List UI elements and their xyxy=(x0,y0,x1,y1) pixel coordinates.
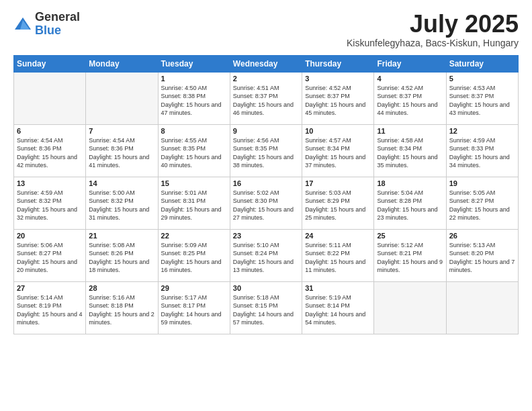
table-row: 20Sunrise: 5:06 AMSunset: 8:27 PMDayligh… xyxy=(14,229,86,281)
day-info: Sunrise: 5:17 AMSunset: 8:17 PMDaylight:… xyxy=(161,293,227,327)
day-info: Sunrise: 4:56 AMSunset: 8:35 PMDaylight:… xyxy=(233,136,299,170)
table-row: 22Sunrise: 5:09 AMSunset: 8:25 PMDayligh… xyxy=(158,229,230,281)
table-row: 19Sunrise: 5:05 AMSunset: 8:27 PMDayligh… xyxy=(446,177,518,229)
col-wednesday: Wednesday xyxy=(230,55,302,72)
table-row: 13Sunrise: 4:59 AMSunset: 8:32 PMDayligh… xyxy=(14,177,86,229)
col-tuesday: Tuesday xyxy=(158,55,230,72)
calendar-week-row: 27Sunrise: 5:14 AMSunset: 8:19 PMDayligh… xyxy=(14,281,519,334)
calendar-table: Sunday Monday Tuesday Wednesday Thursday… xyxy=(13,55,519,334)
table-row: 17Sunrise: 5:03 AMSunset: 8:29 PMDayligh… xyxy=(302,177,374,229)
day-info: Sunrise: 4:57 AMSunset: 8:34 PMDaylight:… xyxy=(305,136,371,170)
day-number: 14 xyxy=(89,179,154,187)
table-row: 3Sunrise: 4:52 AMSunset: 8:37 PMDaylight… xyxy=(302,72,374,124)
table-row: 30Sunrise: 5:18 AMSunset: 8:15 PMDayligh… xyxy=(230,281,302,334)
day-info: Sunrise: 4:51 AMSunset: 8:37 PMDaylight:… xyxy=(233,84,299,118)
table-row: 12Sunrise: 4:59 AMSunset: 8:33 PMDayligh… xyxy=(446,124,518,177)
table-row: 26Sunrise: 5:13 AMSunset: 8:20 PMDayligh… xyxy=(446,229,518,281)
day-info: Sunrise: 5:05 AMSunset: 8:27 PMDaylight:… xyxy=(449,189,515,222)
day-info: Sunrise: 5:12 AMSunset: 8:21 PMDaylight:… xyxy=(377,241,443,275)
day-info: Sunrise: 5:03 AMSunset: 8:29 PMDaylight:… xyxy=(305,189,371,222)
table-row: 31Sunrise: 5:19 AMSunset: 8:14 PMDayligh… xyxy=(302,281,374,334)
day-info: Sunrise: 5:19 AMSunset: 8:14 PMDaylight:… xyxy=(305,293,371,327)
day-info: Sunrise: 4:59 AMSunset: 8:32 PMDaylight:… xyxy=(17,189,83,222)
table-row: 9Sunrise: 4:56 AMSunset: 8:35 PMDaylight… xyxy=(230,124,302,177)
day-info: Sunrise: 4:58 AMSunset: 8:34 PMDaylight:… xyxy=(377,136,443,170)
table-row: 29Sunrise: 5:17 AMSunset: 8:17 PMDayligh… xyxy=(158,281,230,334)
table-row xyxy=(446,281,518,334)
table-row: 24Sunrise: 5:11 AMSunset: 8:22 PMDayligh… xyxy=(302,229,374,281)
day-info: Sunrise: 5:11 AMSunset: 8:22 PMDaylight:… xyxy=(305,241,371,275)
day-info: Sunrise: 4:54 AMSunset: 8:36 PMDaylight:… xyxy=(89,136,154,170)
day-number: 9 xyxy=(233,127,299,135)
table-row: 6Sunrise: 4:54 AMSunset: 8:36 PMDaylight… xyxy=(14,124,86,177)
day-number: 18 xyxy=(377,179,443,187)
day-info: Sunrise: 5:06 AMSunset: 8:27 PMDaylight:… xyxy=(17,241,83,275)
day-number: 23 xyxy=(233,232,299,240)
day-number: 31 xyxy=(305,284,371,292)
day-info: Sunrise: 5:16 AMSunset: 8:18 PMDaylight:… xyxy=(89,293,154,327)
day-number: 22 xyxy=(161,232,227,240)
table-row: 2Sunrise: 4:51 AMSunset: 8:37 PMDaylight… xyxy=(230,72,302,124)
header: General Blue July 2025 Kiskunfelegyhaza,… xyxy=(13,11,519,48)
table-row: 8Sunrise: 4:55 AMSunset: 8:35 PMDaylight… xyxy=(158,124,230,177)
month-title: July 2025 xyxy=(347,11,519,38)
day-number: 12 xyxy=(449,127,515,135)
day-number: 26 xyxy=(449,232,515,240)
day-number: 15 xyxy=(161,179,227,187)
table-row: 7Sunrise: 4:54 AMSunset: 8:36 PMDaylight… xyxy=(86,124,158,177)
day-number: 2 xyxy=(233,75,299,83)
table-row: 1Sunrise: 4:50 AMSunset: 8:38 PMDaylight… xyxy=(158,72,230,124)
day-number: 4 xyxy=(377,75,443,83)
day-info: Sunrise: 5:08 AMSunset: 8:26 PMDaylight:… xyxy=(89,241,154,275)
table-row: 14Sunrise: 5:00 AMSunset: 8:32 PMDayligh… xyxy=(86,177,158,229)
day-number: 8 xyxy=(161,127,227,135)
logo-text: General Blue xyxy=(35,11,80,38)
day-number: 5 xyxy=(449,75,515,83)
logo-icon xyxy=(13,15,32,34)
table-row: 27Sunrise: 5:14 AMSunset: 8:19 PMDayligh… xyxy=(14,281,86,334)
day-info: Sunrise: 4:52 AMSunset: 8:37 PMDaylight:… xyxy=(377,84,443,118)
table-row: 18Sunrise: 5:04 AMSunset: 8:28 PMDayligh… xyxy=(374,177,446,229)
day-number: 11 xyxy=(377,127,443,135)
day-number: 21 xyxy=(89,232,154,240)
table-row: 21Sunrise: 5:08 AMSunset: 8:26 PMDayligh… xyxy=(86,229,158,281)
day-info: Sunrise: 5:14 AMSunset: 8:19 PMDaylight:… xyxy=(17,293,83,327)
table-row: 16Sunrise: 5:02 AMSunset: 8:30 PMDayligh… xyxy=(230,177,302,229)
col-saturday: Saturday xyxy=(446,55,518,72)
table-row: 25Sunrise: 5:12 AMSunset: 8:21 PMDayligh… xyxy=(374,229,446,281)
location-subtitle: Kiskunfelegyhaza, Bacs-Kiskun, Hungary xyxy=(347,38,519,48)
day-info: Sunrise: 4:50 AMSunset: 8:38 PMDaylight:… xyxy=(161,84,227,118)
day-number: 27 xyxy=(17,284,83,292)
calendar-week-row: 1Sunrise: 4:50 AMSunset: 8:38 PMDaylight… xyxy=(14,72,519,124)
day-number: 7 xyxy=(89,127,154,135)
table-row: 4Sunrise: 4:52 AMSunset: 8:37 PMDaylight… xyxy=(374,72,446,124)
calendar-week-row: 20Sunrise: 5:06 AMSunset: 8:27 PMDayligh… xyxy=(14,229,519,281)
col-thursday: Thursday xyxy=(302,55,374,72)
day-number: 20 xyxy=(17,232,83,240)
day-info: Sunrise: 4:54 AMSunset: 8:36 PMDaylight:… xyxy=(17,136,83,170)
day-number: 28 xyxy=(89,284,154,292)
day-info: Sunrise: 5:01 AMSunset: 8:31 PMDaylight:… xyxy=(161,189,227,222)
day-number: 13 xyxy=(17,179,83,187)
col-friday: Friday xyxy=(374,55,446,72)
table-row: 15Sunrise: 5:01 AMSunset: 8:31 PMDayligh… xyxy=(158,177,230,229)
table-row: 11Sunrise: 4:58 AMSunset: 8:34 PMDayligh… xyxy=(374,124,446,177)
day-number: 6 xyxy=(17,127,83,135)
day-info: Sunrise: 5:10 AMSunset: 8:24 PMDaylight:… xyxy=(233,241,299,275)
table-row xyxy=(374,281,446,334)
day-number: 3 xyxy=(305,75,371,83)
calendar-header-row: Sunday Monday Tuesday Wednesday Thursday… xyxy=(14,55,519,72)
day-info: Sunrise: 4:52 AMSunset: 8:37 PMDaylight:… xyxy=(305,84,371,118)
day-number: 24 xyxy=(305,232,371,240)
day-info: Sunrise: 5:00 AMSunset: 8:32 PMDaylight:… xyxy=(89,189,154,222)
calendar-week-row: 13Sunrise: 4:59 AMSunset: 8:32 PMDayligh… xyxy=(14,177,519,229)
title-block: July 2025 Kiskunfelegyhaza, Bacs-Kiskun,… xyxy=(347,11,519,48)
day-info: Sunrise: 4:59 AMSunset: 8:33 PMDaylight:… xyxy=(449,136,515,170)
table-row: 28Sunrise: 5:16 AMSunset: 8:18 PMDayligh… xyxy=(86,281,158,334)
logo-blue: Blue xyxy=(35,24,80,38)
logo-general: General xyxy=(35,11,80,24)
day-info: Sunrise: 5:09 AMSunset: 8:25 PMDaylight:… xyxy=(161,241,227,275)
table-row xyxy=(86,72,158,124)
col-monday: Monday xyxy=(86,55,158,72)
day-info: Sunrise: 5:04 AMSunset: 8:28 PMDaylight:… xyxy=(377,189,443,222)
